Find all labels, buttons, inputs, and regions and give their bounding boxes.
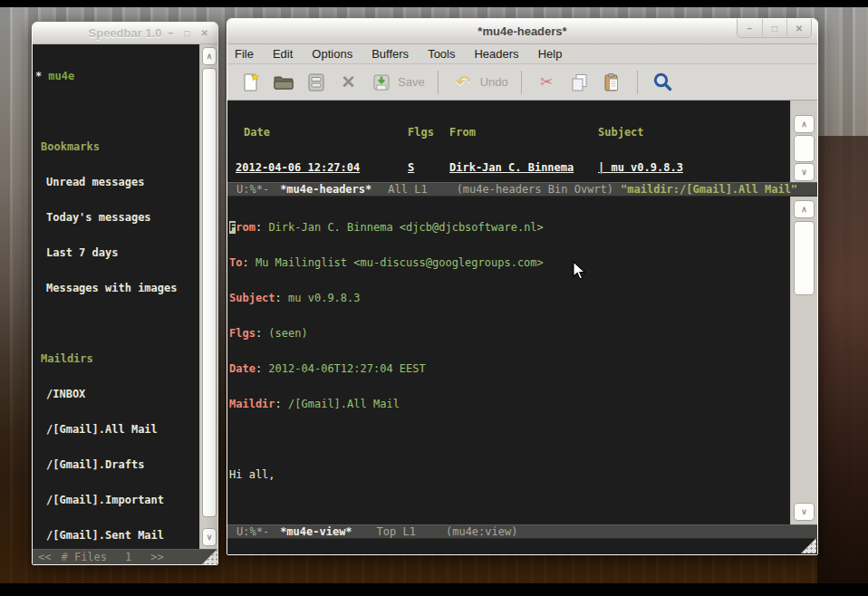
close-icon[interactable]: ✕ <box>201 28 208 38</box>
search-button[interactable] <box>651 70 675 94</box>
field-date: Date: 2012-04-06T12:27:04 EEST <box>229 363 790 375</box>
headers-scrollbar-thumb[interactable] <box>794 135 815 162</box>
tool-bar: ✕ Save ↶ Undo ✂ <box>227 64 817 101</box>
wallpaper-building <box>817 136 868 583</box>
column-date[interactable]: Date <box>244 127 408 139</box>
speedbar-buffer: *mu4e Bookmarks Unread messages Today's … <box>33 44 199 549</box>
menu-help[interactable]: Help <box>538 47 563 61</box>
scroll-up-icon[interactable]: ∧ <box>794 200 815 218</box>
expand-indicator[interactable]: * <box>34 70 42 82</box>
menu-tools[interactable]: Tools <box>428 47 455 61</box>
sidebar-item-images[interactable]: Messages with images <box>34 283 199 294</box>
delete-x-icon: ✕ <box>342 72 356 92</box>
column-from[interactable]: From <box>449 127 598 139</box>
dired-button[interactable] <box>304 70 328 94</box>
cut-scissors-icon: ✂ <box>540 72 553 91</box>
speedbar-modeline: << # Files 1 >> <box>33 549 217 564</box>
speedbar-section-bookmarks: Bookmarks <box>34 141 199 153</box>
cell-from: Dirk-Jan C. Binnema <box>449 162 598 174</box>
column-flags[interactable]: Flgs <box>408 127 449 139</box>
search-icon <box>651 71 674 94</box>
field-label: Date <box>229 363 256 375</box>
field-value: mu v0.9.8.3 <box>288 292 360 304</box>
field-sep: : <box>256 362 268 375</box>
field-label: Flgs <box>229 328 256 340</box>
field-label: From <box>229 222 256 234</box>
paste-button[interactable] <box>600 70 624 94</box>
mouse-cursor <box>573 261 587 281</box>
open-file-button[interactable] <box>271 70 295 94</box>
modeline-search-query: "maildir:/[Gmail].All Mail" <box>621 183 797 196</box>
modeline-modes[interactable]: (mu4e:view) <box>446 525 517 538</box>
file-cabinet-icon <box>305 72 327 93</box>
headers-scrollbar[interactable]: ∧ ∨ <box>790 101 817 182</box>
speedbar-window-controls: − □ ✕ <box>169 23 208 43</box>
sidebar-item-sentmail[interactable]: /[Gmail].Sent Mail <box>34 530 199 542</box>
scroll-down-icon[interactable]: ∨ <box>794 163 815 181</box>
copy-button[interactable] <box>567 70 592 94</box>
sidebar-item-important[interactable]: /[Gmail].Important <box>34 495 199 506</box>
echo-area[interactable] <box>227 539 817 554</box>
toolbar-separator <box>521 71 522 94</box>
speedbar-root-mu4e[interactable]: mu4e <box>48 70 74 82</box>
headers-column-row: DateFlgsFromSubject <box>227 127 790 139</box>
field-flags: Flgs: (seen) <box>229 328 790 340</box>
mu4e-headers-buffer: DateFlgsFromSubject 2012-04-06 12:27:04S… <box>227 101 790 182</box>
column-subject[interactable]: Subject <box>598 127 644 139</box>
field-sep: : <box>256 221 268 234</box>
speedbar-titlebar[interactable]: Speedbar 1.0 − □ ✕ <box>33 23 217 44</box>
close-buffer-button[interactable]: ✕ <box>336 70 361 94</box>
sidebar-item-allmail[interactable]: /[Gmail].All Mail <box>34 424 199 436</box>
speedbar-prev-button[interactable]: << <box>38 550 51 564</box>
save-label: Save <box>398 75 425 89</box>
field-value: 2012-04-06T12:27:04 EEST <box>268 362 425 375</box>
menu-edit[interactable]: Edit <box>273 47 293 61</box>
minimize-button[interactable]: − <box>738 19 762 37</box>
maximize-button[interactable]: □ <box>762 19 786 37</box>
menu-options[interactable]: Options <box>312 47 352 61</box>
new-file-button[interactable] <box>238 70 263 94</box>
undo-icon: ↶ <box>456 72 470 92</box>
modeline-buffer-name[interactable]: *mu4e-view* <box>280 525 352 538</box>
cell-date: 2012-04-06 12:27:04 <box>236 162 408 174</box>
cut-button[interactable]: ✂ <box>535 70 559 94</box>
modeline-flags: U:%*- <box>236 183 269 196</box>
sidebar-item-unread[interactable]: Unread messages <box>34 177 199 188</box>
sidebar-item-drafts[interactable]: /[Gmail].Drafts <box>34 459 199 471</box>
maximize-icon: □ <box>772 24 777 34</box>
main-titlebar[interactable]: *mu4e-headers* − □ ✕ <box>227 19 817 44</box>
scroll-down-icon[interactable]: ∨ <box>794 503 815 521</box>
save-button[interactable] <box>369 70 393 94</box>
modeline-buffer-name[interactable]: *mu4e-headers* <box>280 183 371 196</box>
minimize-icon[interactable]: − <box>169 28 174 38</box>
maximize-icon[interactable]: □ <box>185 28 190 38</box>
modeline-modes[interactable]: (mu4e-headers Bin Ovwrt) <box>457 183 613 196</box>
scroll-up-icon[interactable]: ∧ <box>202 47 217 65</box>
speedbar-resize-grip[interactable] <box>202 549 217 564</box>
modeline-position: All L1 <box>388 183 427 196</box>
body-line: Hi all, <box>229 469 790 481</box>
message-row-selected[interactable]: 2012-04-06 12:27:04SDirk-Jan C. Binnema|… <box>227 162 790 174</box>
menu-buffers[interactable]: Buffers <box>371 47 409 61</box>
menu-bar: File Edit Options Buffers Tools Headers … <box>227 44 817 64</box>
minimize-icon: − <box>747 24 753 34</box>
close-button[interactable]: ✕ <box>786 19 811 37</box>
scroll-down-icon[interactable]: ∨ <box>202 528 217 546</box>
message-scrollbar[interactable]: ∧ ∨ <box>790 197 817 524</box>
field-value: Mu Mailinglist <mu-discuss@googlegroups.… <box>256 256 544 269</box>
menu-file[interactable]: File <box>235 47 254 61</box>
speedbar-files-label: # Files <box>61 550 107 564</box>
sidebar-item-today[interactable]: Today's messages <box>34 212 199 224</box>
speedbar-scrollbar-thumb[interactable] <box>202 68 217 517</box>
message-scrollbar-thumb[interactable] <box>794 221 815 295</box>
field-label: Subject <box>229 293 275 304</box>
speedbar-next-button[interactable]: >> <box>150 550 163 564</box>
scroll-up-icon[interactable]: ∧ <box>794 115 815 133</box>
undo-button[interactable]: ↶ <box>451 70 476 94</box>
menu-headers[interactable]: Headers <box>474 47 518 61</box>
sidebar-item-inbox[interactable]: /INBOX <box>34 389 199 400</box>
sidebar-item-last7days[interactable]: Last 7 days <box>34 247 199 259</box>
field-sep: : <box>275 292 288 304</box>
speedbar-scrollbar[interactable]: ∧ ∨ <box>199 44 217 549</box>
field-sep: : <box>275 398 288 410</box>
